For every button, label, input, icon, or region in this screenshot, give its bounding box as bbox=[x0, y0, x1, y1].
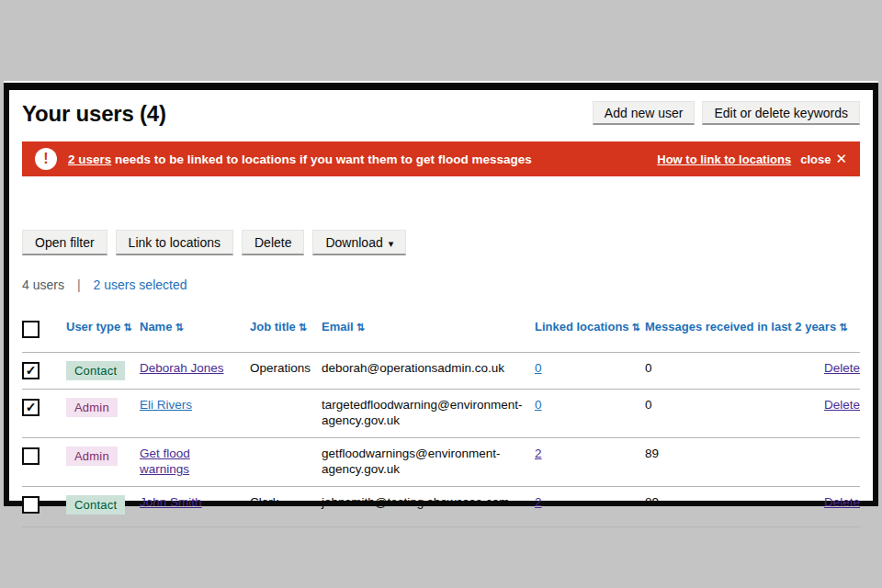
linked-locations-link[interactable]: 0 bbox=[535, 361, 542, 375]
alert-actions: How to link to locations close ✕ bbox=[657, 151, 847, 167]
user-name-link[interactable]: Deborah Jones bbox=[140, 361, 224, 375]
header-buttons: Add new user Edit or delete keywords bbox=[593, 101, 860, 125]
checkbox-cell bbox=[22, 447, 66, 469]
page-title: Your users (4) bbox=[22, 101, 166, 127]
name-cell: Eli Rivers bbox=[140, 398, 250, 413]
linked-locations-cell: 2 bbox=[535, 495, 645, 511]
user-type-cell: Admin bbox=[66, 398, 140, 417]
email-cell: getfloodwarnings@environment-agency.gov.… bbox=[322, 447, 535, 478]
row-checkbox[interactable] bbox=[22, 447, 40, 465]
email-cell: deborah@operationsadmin.co.uk bbox=[322, 361, 535, 377]
alert-message: needs to be linked to locations if you w… bbox=[111, 153, 532, 166]
col-label: Linked locations bbox=[535, 320, 629, 334]
alert-close-button[interactable]: close ✕ bbox=[800, 151, 847, 167]
linked-locations-cell: 2 bbox=[535, 447, 645, 462]
summary-separator: | bbox=[77, 277, 81, 292]
delete-cell: Delete bbox=[805, 361, 860, 377]
col-header-user-type[interactable]: User type⇅ bbox=[66, 320, 140, 334]
users-selected-link[interactable]: 2 users selected bbox=[94, 277, 187, 292]
table-header-row: User type⇅ Name⇅ Job title⇅ Email⇅ Linke… bbox=[22, 312, 860, 353]
user-type-cell: Contact bbox=[66, 361, 140, 380]
alert-banner: ! 2 users needs to be linked to location… bbox=[22, 141, 860, 176]
user-type-badge: Contact bbox=[66, 361, 125, 380]
user-name-link[interactable]: John Smith bbox=[140, 495, 202, 509]
user-name-link[interactable]: Eli Rivers bbox=[140, 398, 192, 412]
delete-cell: Delete bbox=[805, 398, 860, 413]
sort-icon: ⇅ bbox=[632, 322, 640, 333]
panel-content: Your users (4) Add new user Edit or dele… bbox=[9, 90, 873, 501]
table-row: ✓ Contact Deborah Jones Operations debor… bbox=[22, 353, 860, 390]
table-body: ✓ Contact Deborah Jones Operations debor… bbox=[22, 353, 860, 527]
linked-locations-cell: 0 bbox=[535, 398, 645, 413]
your-users-panel: Your users (4) Add new user Edit or dele… bbox=[4, 83, 878, 506]
table-toolbar: Open filter Link to locations Delete Dow… bbox=[22, 230, 860, 255]
delete-link[interactable]: Delete bbox=[824, 398, 860, 412]
row-checkbox[interactable]: ✓ bbox=[22, 362, 40, 379]
col-header-messages[interactable]: Messages received in last 2 years⇅ bbox=[645, 320, 854, 334]
table-row: Contact John Smith Clerk johnsmith@testi… bbox=[22, 487, 860, 527]
sort-icon: ⇅ bbox=[356, 322, 365, 333]
download-label: Download bbox=[325, 235, 382, 250]
sort-icon: ⇅ bbox=[175, 322, 183, 333]
messages-count-cell: 89 bbox=[645, 495, 805, 511]
user-type-cell: Admin bbox=[66, 447, 140, 466]
add-new-user-button[interactable]: Add new user bbox=[593, 101, 695, 125]
job-title-cell: Operations bbox=[250, 361, 322, 377]
linked-locations-link[interactable]: 2 bbox=[535, 495, 542, 509]
sort-icon: ⇅ bbox=[299, 322, 307, 333]
delete-link[interactable]: Delete bbox=[824, 495, 860, 509]
table-row: Admin Get flood warnings getfloodwarning… bbox=[22, 438, 860, 487]
user-type-cell: Contact bbox=[66, 495, 140, 514]
messages-count-cell: 89 bbox=[645, 447, 805, 462]
email-cell: targetedfloodwarning@environment-agency.… bbox=[322, 398, 535, 429]
checkbox-cell bbox=[22, 495, 66, 518]
exclamation-icon: ! bbox=[35, 148, 57, 170]
open-filter-button[interactable]: Open filter bbox=[22, 230, 107, 255]
user-count: 4 users bbox=[22, 277, 64, 292]
messages-count-cell: 0 bbox=[645, 398, 805, 413]
delete-cell: Delete bbox=[805, 495, 860, 511]
col-header-job-title[interactable]: Job title⇅ bbox=[250, 320, 322, 334]
select-all-checkbox[interactable] bbox=[22, 321, 40, 338]
col-header-email[interactable]: Email⇅ bbox=[322, 320, 535, 334]
download-button[interactable]: Download▾ bbox=[312, 230, 406, 255]
col-label: User type bbox=[66, 320, 120, 334]
checkbox-cell: ✓ bbox=[22, 361, 66, 379]
name-cell: John Smith bbox=[140, 495, 250, 511]
close-label: close bbox=[800, 153, 831, 166]
how-to-link-to-locations-link[interactable]: How to link to locations bbox=[657, 153, 791, 166]
link-to-locations-button[interactable]: Link to locations bbox=[116, 230, 233, 255]
alert-text: 2 users needs to be linked to locations … bbox=[68, 153, 532, 166]
page-header: Your users (4) Add new user Edit or dele… bbox=[22, 101, 860, 127]
messages-count-cell: 0 bbox=[645, 361, 805, 377]
delete-button[interactable]: Delete bbox=[242, 230, 304, 255]
checkbox-cell: ✓ bbox=[22, 398, 66, 416]
col-header-linked-locations[interactable]: Linked locations⇅ bbox=[535, 320, 645, 334]
col-label: Email bbox=[322, 320, 354, 334]
linked-locations-link[interactable]: 2 bbox=[535, 447, 542, 460]
edit-or-delete-keywords-button[interactable]: Edit or delete keywords bbox=[702, 101, 860, 125]
sort-icon: ⇅ bbox=[123, 322, 131, 333]
user-type-badge: Admin bbox=[66, 398, 118, 417]
table-row: ✓ Admin Eli Rivers targetedfloodwarning@… bbox=[22, 390, 860, 438]
name-cell: Deborah Jones bbox=[140, 361, 250, 377]
col-header-name[interactable]: Name⇅ bbox=[140, 320, 250, 334]
linked-locations-link[interactable]: 0 bbox=[535, 398, 542, 412]
sort-icon: ⇅ bbox=[839, 322, 847, 333]
user-name-link[interactable]: Get flood warnings bbox=[140, 447, 190, 476]
close-icon: ✕ bbox=[835, 151, 847, 167]
chevron-down-icon: ▾ bbox=[389, 238, 394, 249]
users-table: User type⇅ Name⇅ Job title⇅ Email⇅ Linke… bbox=[22, 312, 860, 527]
row-checkbox[interactable] bbox=[22, 496, 40, 514]
delete-link[interactable]: Delete bbox=[824, 361, 860, 375]
email-cell: johnsmith@testing.showcase.com bbox=[322, 495, 535, 511]
col-label: Messages received in last 2 years bbox=[645, 320, 836, 334]
alert-users-link[interactable]: 2 users bbox=[68, 153, 111, 166]
user-type-badge: Contact bbox=[66, 495, 125, 514]
select-all-cell bbox=[22, 320, 66, 343]
linked-locations-cell: 0 bbox=[535, 361, 645, 377]
col-label: Name bbox=[140, 320, 172, 334]
row-checkbox[interactable]: ✓ bbox=[22, 399, 40, 416]
col-label: Job title bbox=[250, 320, 296, 334]
selection-summary: 4 users | 2 users selected bbox=[22, 277, 860, 292]
